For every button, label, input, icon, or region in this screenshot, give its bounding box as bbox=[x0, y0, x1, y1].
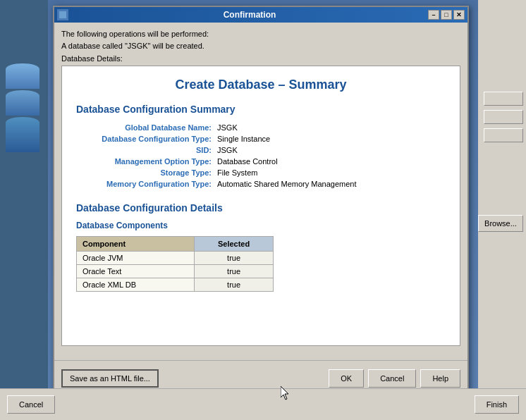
config-value: JSGK bbox=[217, 123, 238, 132]
table-row: Oracle JVMtrue bbox=[77, 252, 274, 265]
config-label: Memory Configuration Type: bbox=[76, 180, 217, 188]
config-label: SID: bbox=[76, 146, 217, 154]
dialog-title: Confirmation bbox=[71, 10, 428, 20]
config-row: Database Configuration Type:Single Insta… bbox=[76, 135, 446, 143]
db-icon-1 bbox=[6, 63, 39, 89]
config-label: Global Database Name: bbox=[76, 123, 217, 132]
right-panel: Browse... bbox=[478, 0, 526, 420]
scroll-panel[interactable]: Create Database – Summary Database Confi… bbox=[61, 66, 460, 346]
col-selected: Selected bbox=[195, 237, 274, 252]
component-name: Oracle Text bbox=[77, 265, 195, 278]
dialog-content-area: The following operations will be perform… bbox=[54, 23, 467, 360]
maximize-button[interactable]: □ bbox=[441, 10, 452, 20]
components-header: Database Components bbox=[76, 221, 446, 230]
details-header: Database Configuration Details bbox=[76, 202, 446, 214]
title-bar: Confirmation – □ ✕ bbox=[54, 7, 467, 23]
config-label: Database Configuration Type: bbox=[76, 135, 217, 143]
component-selected: true bbox=[195, 252, 274, 265]
title-icon bbox=[57, 9, 68, 20]
config-value: Automatic Shared Memory Management bbox=[217, 180, 356, 188]
top-message: The following operations will be perform… bbox=[61, 28, 460, 51]
config-label: Management Option Type: bbox=[76, 157, 217, 166]
config-row: Management Option Type:Database Control bbox=[76, 157, 446, 166]
db-icons bbox=[6, 63, 39, 152]
db-icon-2 bbox=[6, 90, 39, 116]
db-icon-3 bbox=[6, 117, 39, 152]
outer-cancel-button[interactable]: Cancel bbox=[7, 395, 55, 414]
outer-finish-button[interactable]: Finish bbox=[475, 395, 519, 414]
left-sidebar bbox=[0, 0, 48, 420]
window-controls: – □ ✕ bbox=[428, 10, 465, 20]
config-value: JSGK bbox=[217, 146, 238, 154]
component-name: Oracle XML DB bbox=[77, 278, 195, 292]
right-controls bbox=[484, 92, 523, 142]
browse-button[interactable]: Browse... bbox=[478, 215, 523, 232]
close-button[interactable]: ✕ bbox=[453, 10, 465, 20]
outer-bottom-bar: Cancel Finish bbox=[0, 388, 526, 420]
config-value: Single Instance bbox=[217, 135, 270, 143]
config-row: Global Database Name:JSGK bbox=[76, 123, 446, 132]
config-row: Memory Configuration Type:Automatic Shar… bbox=[76, 180, 446, 188]
right-ctrl-1 bbox=[484, 92, 523, 106]
table-row: Oracle XML DBtrue bbox=[77, 278, 274, 292]
component-selected: true bbox=[195, 278, 274, 292]
col-component: Component bbox=[77, 237, 195, 252]
table-row: Oracle Texttrue bbox=[77, 265, 274, 278]
config-value: Database Control bbox=[217, 157, 278, 166]
component-name: Oracle JVM bbox=[77, 252, 195, 265]
desktop: Browse... Confirmation – □ ✕ The followi… bbox=[0, 0, 526, 420]
minimize-button[interactable]: – bbox=[428, 10, 439, 20]
icon-shape bbox=[59, 11, 66, 18]
right-ctrl-2 bbox=[484, 110, 523, 124]
message-line2: A database called "JSGK" will be created… bbox=[61, 40, 460, 52]
config-value: File System bbox=[217, 168, 257, 177]
summary-title: Create Database – Summary bbox=[76, 78, 446, 92]
components-table: Component Selected Oracle JVMtrueOracle … bbox=[76, 236, 274, 292]
right-ctrl-3 bbox=[484, 128, 523, 142]
db-details-label: Database Details: bbox=[61, 54, 460, 63]
component-selected: true bbox=[195, 265, 274, 278]
config-row: Storage Type:File System bbox=[76, 168, 446, 177]
message-line1: The following operations will be perform… bbox=[61, 28, 460, 40]
config-table: Global Database Name:JSGKDatabase Config… bbox=[76, 123, 446, 188]
confirmation-dialog: Confirmation – □ ✕ The following operati… bbox=[53, 6, 469, 397]
config-summary-header: Database Configuration Summary bbox=[76, 104, 446, 115]
config-label: Storage Type: bbox=[76, 168, 217, 177]
config-row: SID:JSGK bbox=[76, 146, 446, 154]
